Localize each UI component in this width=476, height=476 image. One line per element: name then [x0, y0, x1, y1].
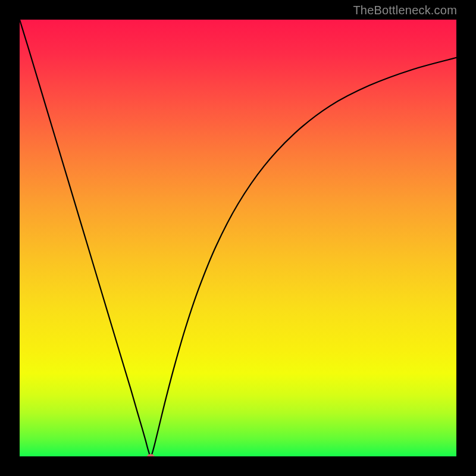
chart-frame: TheBottleneck.com — [0, 0, 476, 476]
minimum-marker — [147, 454, 154, 456]
bottleneck-curve-line — [20, 20, 456, 456]
watermark-text: TheBottleneck.com — [353, 4, 457, 17]
chart-svg — [20, 20, 456, 456]
